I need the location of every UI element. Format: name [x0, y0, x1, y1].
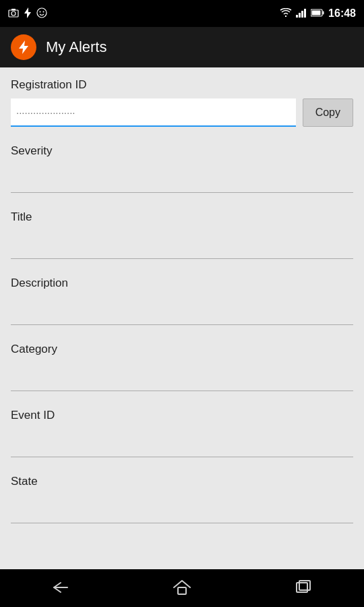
registration-id-section: Registration ID Copy	[11, 78, 353, 127]
back-icon	[51, 580, 70, 597]
severity-input[interactable]	[11, 165, 353, 193]
category-input[interactable]	[11, 363, 353, 391]
svg-rect-2	[11, 9, 16, 11]
svg-rect-10	[304, 9, 306, 18]
severity-section: Severity	[11, 144, 353, 193]
copy-button[interactable]: Copy	[303, 98, 353, 127]
event-id-section: Event ID	[11, 409, 353, 457]
svg-point-4	[37, 8, 47, 18]
content-area: Registration ID Copy Severity Title Desc…	[0, 67, 364, 569]
status-icons-right: 16:48	[280, 7, 356, 20]
status-time: 16:48	[328, 7, 356, 20]
lightning-bolt-icon	[16, 40, 31, 55]
registration-id-input[interactable]	[11, 98, 296, 127]
title-label: Title	[11, 210, 353, 224]
svg-rect-7	[296, 15, 298, 18]
signal-icon	[296, 8, 307, 20]
description-input[interactable]	[11, 297, 353, 325]
wifi-icon	[280, 8, 292, 20]
notification-icon	[24, 7, 31, 20]
title-input[interactable]	[11, 231, 353, 259]
state-section: State	[11, 475, 353, 523]
description-label: Description	[11, 277, 353, 290]
app-title: My Alerts	[46, 38, 107, 56]
back-button[interactable]	[34, 569, 88, 607]
svg-rect-9	[301, 11, 303, 18]
app-bar: My Alerts	[0, 27, 364, 67]
battery-icon	[311, 8, 324, 19]
svg-marker-3	[24, 7, 31, 18]
svg-point-5	[40, 11, 41, 12]
title-section: Title	[11, 210, 353, 259]
registration-id-label: Registration ID	[11, 78, 353, 92]
face-icon	[36, 7, 47, 20]
svg-rect-15	[178, 587, 186, 594]
svg-point-6	[43, 11, 44, 12]
registration-id-row: Copy	[11, 98, 353, 127]
recents-icon	[295, 580, 312, 597]
app-icon	[11, 34, 36, 60]
status-bar: 16:48	[0, 0, 364, 27]
event-id-input[interactable]	[11, 429, 353, 457]
home-icon	[173, 579, 191, 598]
svg-rect-13	[312, 11, 321, 16]
svg-rect-8	[299, 13, 301, 18]
state-input[interactable]	[11, 495, 353, 523]
svg-rect-12	[323, 11, 324, 15]
svg-marker-14	[19, 40, 28, 54]
description-section: Description	[11, 277, 353, 325]
status-icons-left	[8, 7, 47, 20]
event-id-label: Event ID	[11, 409, 353, 422]
home-button[interactable]	[155, 569, 209, 607]
state-label: State	[11, 475, 353, 488]
category-label: Category	[11, 343, 353, 356]
category-section: Category	[11, 343, 353, 391]
severity-label: Severity	[11, 144, 353, 158]
svg-point-1	[11, 11, 16, 16]
photo-icon	[8, 8, 19, 20]
bottom-nav	[0, 569, 364, 607]
recents-button[interactable]	[276, 569, 330, 607]
